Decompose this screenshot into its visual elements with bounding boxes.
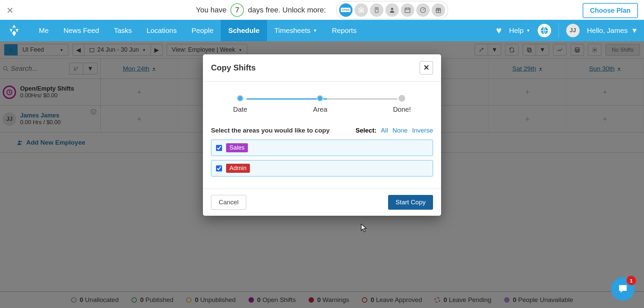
svg-marker-7 (12, 24, 16, 28)
area-tag-sales: Sales (226, 143, 248, 152)
feature-calendar-icon[interactable] (401, 3, 414, 17)
svg-marker-11 (12, 34, 16, 37)
nav-avatar[interactable]: JJ (566, 24, 580, 37)
start-copy-button[interactable]: Start Copy (388, 195, 433, 210)
trial-prefix: You have (196, 6, 226, 14)
feature-open-icon[interactable]: OPEN (339, 3, 353, 17)
modal-close-button[interactable]: ✕ (420, 61, 433, 74)
trial-banner: ✕ You have 7 days free. Unlock more: OPE… (0, 0, 644, 20)
area-prompt: Select the areas you would like to copy (211, 127, 330, 134)
main-nav: Me News Feed Tasks Locations People Sche… (0, 20, 644, 41)
svg-marker-10 (12, 31, 16, 34)
modal-header: Copy Shifts ✕ (203, 54, 441, 81)
caret-down-icon: ▼ (526, 28, 530, 33)
svg-marker-8 (10, 29, 13, 33)
heart-icon[interactable]: ♥ (496, 25, 502, 36)
stepper: Date Area Done! (203, 82, 441, 123)
svg-point-2 (376, 8, 377, 9)
nav-timesheets-label: Timesheets (274, 27, 311, 35)
area-row-admin[interactable]: Admin (211, 160, 433, 176)
nav-user-menu[interactable]: Hello, James▼ (587, 27, 638, 35)
cancel-button[interactable]: Cancel (211, 195, 246, 210)
svg-marker-9 (15, 29, 18, 33)
close-icon: ✕ (423, 63, 429, 72)
chat-bubble[interactable]: 1 (611, 277, 635, 301)
step-label: Area (313, 106, 327, 113)
trial-suffix: days free. Unlock more: (248, 6, 326, 14)
area-row-sales[interactable]: Sales (211, 140, 433, 156)
trial-message: You have 7 days free. Unlock more: OPEN (196, 1, 448, 19)
nav-news-feed[interactable]: News Feed (56, 20, 106, 41)
step-dot (398, 95, 405, 102)
nav-me[interactable]: Me (32, 20, 56, 41)
chat-badge: 1 (627, 276, 636, 285)
trial-days-count: 7 (230, 3, 244, 17)
chat-icon (617, 283, 629, 295)
select-inverse-link[interactable]: Inverse (412, 127, 433, 134)
select-all-link[interactable]: All (381, 127, 388, 134)
feature-device-icon[interactable] (370, 3, 383, 17)
nav-timesheets[interactable]: Timesheets▼ (267, 20, 325, 41)
step-dot (317, 95, 323, 102)
nav-help[interactable]: Help▼ (509, 27, 530, 35)
nav-reports[interactable]: Reports (324, 20, 364, 41)
modal-footer: Cancel Start Copy (203, 189, 441, 216)
modal-title: Copy Shifts (211, 63, 256, 72)
nav-divider (558, 23, 559, 38)
select-none-link[interactable]: None (392, 127, 408, 134)
step-label: Done! (393, 106, 411, 113)
feature-gift-icon[interactable] (432, 3, 445, 17)
step-dot (237, 95, 244, 102)
logo-icon[interactable] (6, 22, 22, 39)
step-done: Done! (393, 95, 411, 113)
nav-help-label: Help (509, 27, 524, 35)
svg-rect-4 (405, 8, 410, 12)
step-date: Date (233, 95, 247, 113)
nav-right: ♥ Help▼ JJ Hello, James▼ (496, 23, 638, 38)
feature-camera-icon[interactable] (355, 3, 368, 17)
nav-hello-label: Hello, James (587, 27, 628, 35)
globe-icon[interactable] (538, 24, 551, 37)
nav-locations[interactable]: Locations (139, 20, 184, 41)
copy-shifts-modal: Copy Shifts ✕ Date Area Done! Select the… (203, 54, 441, 216)
choose-plan-button[interactable]: Choose Plan (583, 3, 638, 18)
caret-down-icon: ▼ (313, 28, 317, 33)
area-tag-admin: Admin (226, 164, 250, 173)
select-links: Select: All None Inverse (356, 127, 433, 134)
nav-schedule[interactable]: Schedule (221, 20, 267, 41)
close-icon[interactable]: ✕ (6, 5, 14, 16)
area-checkbox-admin[interactable] (216, 165, 222, 171)
area-checkbox-sales[interactable] (216, 145, 222, 151)
feature-gauge-icon[interactable] (416, 3, 430, 17)
nav-tasks[interactable]: Tasks (106, 20, 139, 41)
body-head: Select the areas you would like to copy … (211, 127, 433, 134)
caret-down-icon: ▼ (631, 27, 638, 35)
select-label: Select: (356, 127, 376, 134)
modal-body: Select the areas you would like to copy … (203, 123, 441, 189)
feature-pills: OPEN (336, 1, 448, 19)
feature-user-icon[interactable] (385, 3, 399, 17)
svg-point-0 (360, 9, 362, 11)
svg-point-3 (391, 8, 393, 10)
step-area: Area (313, 95, 327, 113)
step-label: Date (233, 106, 247, 113)
nav-people[interactable]: People (184, 20, 221, 41)
nav-items: Me News Feed Tasks Locations People Sche… (32, 20, 364, 41)
